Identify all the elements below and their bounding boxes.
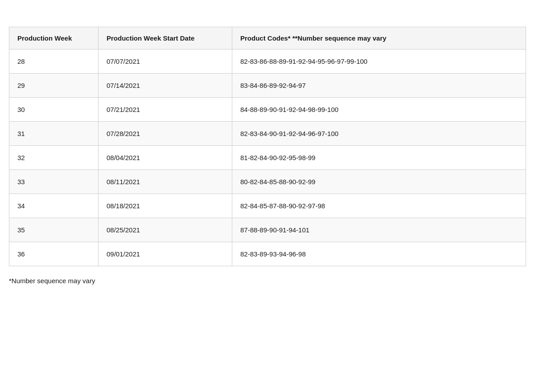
- footnote-text: *Number sequence may vary: [9, 277, 526, 285]
- header-product-codes: Product Codes* **Number sequence may var…: [232, 27, 526, 50]
- cell-start-date: 07/14/2021: [99, 74, 232, 98]
- cell-product-codes: 83-84-86-89-92-94-97: [232, 74, 526, 98]
- table-container: Production Week Production Week Start Da…: [9, 27, 526, 266]
- cell-start-date: 07/21/2021: [99, 98, 232, 122]
- cell-week: 31: [9, 122, 99, 146]
- table-row: 3408/18/202182-84-85-87-88-90-92-97-98: [9, 194, 526, 218]
- cell-start-date: 08/04/2021: [99, 146, 232, 170]
- table-row: 2907/14/202183-84-86-89-92-94-97: [9, 74, 526, 98]
- cell-start-date: 08/25/2021: [99, 218, 232, 242]
- cell-product-codes: 82-83-86-88-89-91-92-94-95-96-97-99-100: [232, 50, 526, 74]
- cell-start-date: 07/28/2021: [99, 122, 232, 146]
- cell-start-date: 08/11/2021: [99, 170, 232, 194]
- table-row: 2807/07/202182-83-86-88-89-91-92-94-95-9…: [9, 50, 526, 74]
- cell-product-codes: 82-84-85-87-88-90-92-97-98: [232, 194, 526, 218]
- table-row: 3508/25/202187-88-89-90-91-94-101: [9, 218, 526, 242]
- cell-week: 34: [9, 194, 99, 218]
- cell-start-date: 08/18/2021: [99, 194, 232, 218]
- cell-week: 32: [9, 146, 99, 170]
- cell-week: 35: [9, 218, 99, 242]
- production-table: Production Week Production Week Start Da…: [9, 27, 526, 266]
- cell-week: 28: [9, 50, 99, 74]
- cell-product-codes: 80-82-84-85-88-90-92-99: [232, 170, 526, 194]
- table-row: 3208/04/202181-82-84-90-92-95-98-99: [9, 146, 526, 170]
- cell-product-codes: 82-83-84-90-91-92-94-96-97-100: [232, 122, 526, 146]
- table-header-row: Production Week Production Week Start Da…: [9, 27, 526, 50]
- table-row: 3007/21/202184-88-89-90-91-92-94-98-99-1…: [9, 98, 526, 122]
- cell-week: 33: [9, 170, 99, 194]
- cell-start-date: 07/07/2021: [99, 50, 232, 74]
- cell-product-codes: 81-82-84-90-92-95-98-99: [232, 146, 526, 170]
- cell-start-date: 09/01/2021: [99, 242, 232, 266]
- table-row: 3308/11/202180-82-84-85-88-90-92-99: [9, 170, 526, 194]
- cell-product-codes: 84-88-89-90-91-92-94-98-99-100: [232, 98, 526, 122]
- cell-week: 29: [9, 74, 99, 98]
- table-row: 3107/28/202182-83-84-90-91-92-94-96-97-1…: [9, 122, 526, 146]
- header-start-date: Production Week Start Date: [99, 27, 232, 50]
- cell-product-codes: 82-83-89-93-94-96-98: [232, 242, 526, 266]
- cell-week: 36: [9, 242, 99, 266]
- cell-product-codes: 87-88-89-90-91-94-101: [232, 218, 526, 242]
- header-production-week: Production Week: [9, 27, 99, 50]
- cell-week: 30: [9, 98, 99, 122]
- table-row: 3609/01/202182-83-89-93-94-96-98: [9, 242, 526, 266]
